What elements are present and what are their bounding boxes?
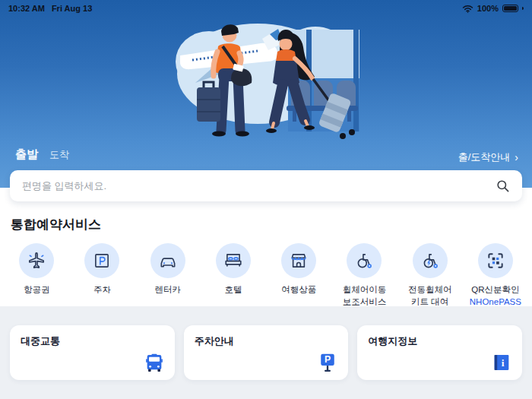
service-label: 주차 — [69, 284, 135, 296]
service-label: 렌터카 — [135, 284, 201, 296]
service-item-wheelchair-assist[interactable]: 휠체어이동 보조서비스 — [331, 243, 397, 308]
service-item-rentcar[interactable]: 렌터카 — [135, 243, 201, 308]
wifi-icon — [462, 5, 473, 13]
service-item-qr-onepass[interactable]: QR신분확인NHOnePASS — [463, 243, 528, 308]
electric-wheelchair-icon — [420, 251, 440, 271]
travel-products-icon — [289, 251, 309, 271]
search-icon[interactable] — [496, 179, 510, 193]
info-icon: i — [491, 352, 512, 373]
battery-icon — [502, 5, 518, 13]
service-item-flight-ticket[interactable]: 항공권 — [4, 243, 69, 308]
battery-cap — [522, 7, 524, 10]
tab-departure[interactable]: 출발 — [15, 147, 38, 162]
card-label: 대중교통 — [21, 334, 60, 348]
card-label: 여행지정보 — [368, 334, 417, 348]
card-label: 주차안내 — [195, 334, 234, 348]
battery-percent: 100% — [477, 4, 499, 13]
service-label: 호텔 — [201, 284, 266, 296]
flight-search-input[interactable] — [22, 180, 496, 192]
departure-arrival-info-label: 출/도착안내 — [458, 150, 511, 164]
service-label: 여행상품 — [266, 284, 331, 296]
parking-sign-icon: P — [317, 352, 338, 373]
services-row: 항공권 주차 렌터카 — [0, 233, 532, 308]
rentcar-icon — [158, 251, 178, 271]
service-label: 휠체어이동 보조서비스 — [331, 284, 397, 308]
service-label: QR신분확인NHOnePASS — [463, 284, 528, 308]
header-banner: 10:32 AM Fri Aug 13 100% 출발 도착 출/도착안내 › — [0, 0, 532, 188]
status-bar: 10:32 AM Fri Aug 13 100% — [0, 0, 532, 15]
qr-icon — [486, 251, 505, 271]
departure-arrival-info-link[interactable]: 출/도착안내 › — [458, 150, 518, 164]
service-label: 항공권 — [4, 284, 69, 296]
card-parking-info[interactable]: 주차안내 P — [184, 325, 349, 380]
hotel-icon — [223, 251, 243, 271]
services-section-title: 통합예약서비스 — [11, 216, 521, 233]
svg-text:i: i — [502, 357, 505, 369]
flight-search-bar[interactable] — [10, 170, 522, 201]
chevron-right-icon: › — [515, 152, 518, 163]
service-label: 전동휠체어 키트 대여 — [397, 284, 463, 308]
tab-arrival[interactable]: 도착 — [49, 148, 69, 162]
nhonepass-brand: NHOnePASS — [470, 297, 521, 306]
status-date: Fri Aug 13 — [52, 4, 92, 13]
reservation-services-section: 통합예약서비스 항공권 주차 — [0, 201, 532, 306]
flight-tabs: 출발 도착 — [15, 147, 69, 162]
cards-row: 대중교통 주차안내 P 여행지정보 — [0, 306, 532, 380]
card-public-transit[interactable]: 대중교통 — [10, 325, 175, 380]
service-item-hotel[interactable]: 호텔 — [201, 243, 266, 308]
status-time: 10:32 AM — [8, 4, 45, 13]
svg-text:P: P — [325, 354, 331, 365]
flight-icon — [27, 251, 46, 271]
info-cards-section: 대중교통 주차안내 P 여행지정보 — [0, 306, 532, 399]
bus-icon — [144, 352, 165, 373]
service-item-parking[interactable]: 주차 — [69, 243, 135, 308]
travelers-illustration — [173, 14, 359, 154]
wheelchair-icon — [354, 251, 374, 271]
service-item-travel-products[interactable]: 여행상품 — [266, 243, 331, 308]
parking-icon — [92, 251, 112, 271]
service-item-electric-wheelchair[interactable]: 전동휠체어 키트 대여 — [397, 243, 463, 308]
card-destination-info[interactable]: 여행지정보 i — [357, 325, 522, 380]
